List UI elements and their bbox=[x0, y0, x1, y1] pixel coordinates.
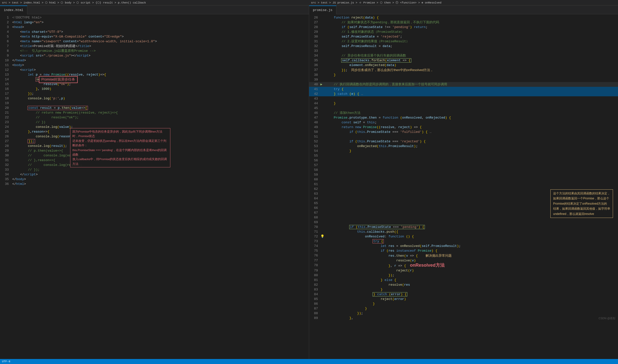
table-row: 35 self.callbacks.forEach(element => { bbox=[309, 58, 618, 63]
table-row: 27 // 如果对象状态不为pending，那就直接返回，不执行下面的代码 bbox=[309, 20, 618, 25]
left-pane: index.html 1<!DOCTYPE html> 2<html lang=… bbox=[0, 6, 309, 359]
breadcrumb-right-text: src > test > JS promise.js > ꩜ Promise >… bbox=[311, 1, 442, 5]
table-row: 57 bbox=[309, 163, 618, 168]
table-row: 30 self.PromiseState = 'rejected'; bbox=[309, 34, 618, 39]
table-row: 31 // },reason=>{ bbox=[0, 158, 309, 163]
table-row: 5 <meta http-equiv="X-UA-Compatible" con… bbox=[0, 34, 309, 39]
table-row: 23 // }) bbox=[0, 120, 309, 125]
table-row: 66 bbox=[309, 206, 618, 210]
table-row: 51 bbox=[309, 134, 618, 139]
table-row: 74 let res = onResolved(self.PromiseResu… bbox=[309, 244, 618, 248]
right-tab-promise-js[interactable]: promise.js bbox=[309, 6, 336, 14]
table-row: 75 if (res instanceof Promise) { bbox=[309, 248, 618, 253]
table-row: 4 <meta charset="UTF-8"> bbox=[0, 30, 309, 34]
status-text: UTF-8 bbox=[2, 360, 10, 363]
table-row: 63 bbox=[309, 191, 618, 196]
table-row: 1<!DOCTYPE html> bbox=[0, 15, 309, 20]
table-row: 86 } bbox=[309, 301, 618, 306]
table-row: 14 setTimeout(()=>{ bbox=[0, 77, 309, 82]
right-code-area: 26 function reject(data) { 27 // 如果对象状态不… bbox=[309, 14, 618, 321]
table-row: 43 bbox=[309, 96, 618, 101]
table-row: 85 reject(error) bbox=[309, 297, 618, 301]
table-row: 64 bbox=[309, 196, 618, 201]
table-row: 8 <!-- 引入promise.js以覆盖原有Promise --> bbox=[0, 49, 309, 53]
table-row: 52 if (this.PromiseState === 'rejected')… bbox=[309, 139, 618, 144]
left-code-area: 1<!DOCTYPE html> 2<html lang="en"> 3<hea… bbox=[0, 14, 309, 187]
table-row: 60 bbox=[309, 177, 618, 182]
table-row: 53 onRejected(this.PromiseResult); bbox=[309, 144, 618, 149]
breadcrumb-left: src > test > index.html > ⬡ html > ⬡ bod… bbox=[0, 1, 309, 4]
table-row: 36</html> bbox=[0, 182, 309, 186]
table-row: 88 }); bbox=[309, 311, 618, 316]
table-row: 27 }); bbox=[0, 139, 309, 144]
table-row: 84 } catch (error) { bbox=[309, 292, 618, 297]
table-row: 80 }); bbox=[309, 273, 618, 278]
table-row: 67 bbox=[309, 210, 618, 215]
table-row: 22 // resolve("ok"); bbox=[0, 115, 309, 120]
table-row: 72💡 onResolved: function () { bbox=[309, 234, 618, 239]
table-row: 82 resolve(res bbox=[309, 282, 618, 287]
table-row: 31 // 2.设置对象的结果值（PromiseResult） bbox=[309, 39, 618, 44]
table-row: 65 bbox=[309, 201, 618, 206]
table-row: 29 // 1.修改对象的状态（PromiseState） bbox=[309, 30, 618, 34]
breadcrumb-right: src > test > JS promise.js > ꩜ Promise >… bbox=[309, 1, 618, 5]
table-row: 40▶ // 执行回调函数在内部是同步调用的，直接拿来后面加一个括号就可同步调用 bbox=[309, 82, 618, 87]
top-bar: src > test > index.html > ⬡ html > ⬡ bod… bbox=[0, 0, 618, 6]
table-row: 26 function reject(data) { bbox=[309, 15, 618, 20]
left-tab-index-html[interactable]: index.html bbox=[0, 6, 27, 14]
table-row: 44 } bbox=[309, 101, 618, 106]
table-row: 21 // return new Promise((resolve, rejec… bbox=[0, 110, 309, 115]
right-code-scroll[interactable]: 26 function reject(data) { 27 // 如果对象状态不… bbox=[309, 14, 618, 359]
table-row: 46 // 添加then方法 bbox=[309, 111, 618, 115]
right-pane: promise.js 26 function reject(data) { 27… bbox=[309, 6, 618, 359]
right-tab-bar: promise.js bbox=[309, 6, 618, 14]
table-row: 16 }, 1000) bbox=[0, 87, 309, 91]
table-row: 59 bbox=[309, 172, 618, 177]
table-row: 30 // console.log(value); bbox=[0, 153, 309, 158]
table-row: 13 let p = new Promise((resolve, reject)… bbox=[0, 72, 309, 77]
table-row: 42 } catch (e) { … bbox=[309, 92, 618, 96]
table-row: 77 resolve(v) bbox=[309, 258, 618, 263]
table-row: 7 <title>Promise封装-初始结构搭建</title> bbox=[0, 44, 309, 49]
table-row: 15 resolve("ok"); bbox=[0, 82, 309, 87]
table-row: 39 bbox=[309, 77, 618, 82]
table-row: 11<body> bbox=[0, 63, 309, 68]
watermark: CSDN @若彤 bbox=[599, 316, 615, 320]
table-row: 12 <script> bbox=[0, 68, 309, 72]
table-row: 10</head> bbox=[0, 58, 309, 63]
table-row: 6 <meta name="viewport" content="width=d… bbox=[0, 39, 309, 44]
table-row: 49 return new Promise((resolve, reject) … bbox=[309, 125, 618, 130]
table-row: 19 bbox=[0, 101, 309, 106]
table-row: 56 bbox=[309, 158, 618, 163]
table-row: 28 if (self.PromiseState !== 'pending') … bbox=[309, 25, 618, 30]
table-row: 20 const result = p.then(value=>{ bbox=[0, 106, 309, 110]
table-row: 34 // 异步任务结束后逐个执行失败的回调函数 bbox=[309, 53, 618, 58]
table-row: 45 bbox=[309, 106, 618, 111]
table-row: 2<html lang="en"> bbox=[0, 20, 309, 25]
table-row: 50 if (this.PromiseState === 'fulfilled'… bbox=[309, 130, 618, 134]
table-row: 26 console.log(reason) bbox=[0, 134, 309, 139]
table-row: 38 } bbox=[309, 73, 618, 77]
table-row: 9 <script src="./promise.js"></script> bbox=[0, 53, 309, 58]
table-row: 32 self.PromiseResult = data; bbox=[309, 44, 618, 49]
table-row: 83 } bbox=[309, 287, 618, 292]
table-row: 69 bbox=[309, 220, 618, 225]
breadcrumb-left-text: src > test > index.html > ⬡ html > ⬡ bod… bbox=[2, 1, 146, 4]
table-row: 37 }); 同步任务成功了，那么会执行then中的onResolved方法， bbox=[309, 68, 618, 73]
table-row: 28 console.log(result); bbox=[0, 144, 309, 148]
table-row: 87 } bbox=[309, 306, 618, 311]
left-tab-bar: index.html bbox=[0, 6, 309, 14]
table-row: 3<head> bbox=[0, 25, 309, 30]
left-code-scroll[interactable]: 1<!DOCTYPE html> 2<html lang="en"> 3<hea… bbox=[0, 14, 309, 359]
table-row: 33 bbox=[309, 49, 618, 53]
table-row: 58 bbox=[309, 168, 618, 172]
table-row: 25 },reason=>{ bbox=[0, 129, 309, 134]
table-row: 70 if (this.PromiseState === 'pending') … bbox=[309, 225, 618, 229]
bottom-bar: UTF-8 bbox=[0, 359, 618, 364]
table-row: 61 bbox=[309, 182, 618, 187]
table-row: 73 try { bbox=[309, 239, 618, 244]
table-row: 89 }, bbox=[309, 316, 618, 320]
table-row: 78 }, r => { onResolved方法 bbox=[309, 263, 618, 268]
table-row: 34 </script> bbox=[0, 172, 309, 177]
table-row: 68 bbox=[309, 215, 618, 220]
